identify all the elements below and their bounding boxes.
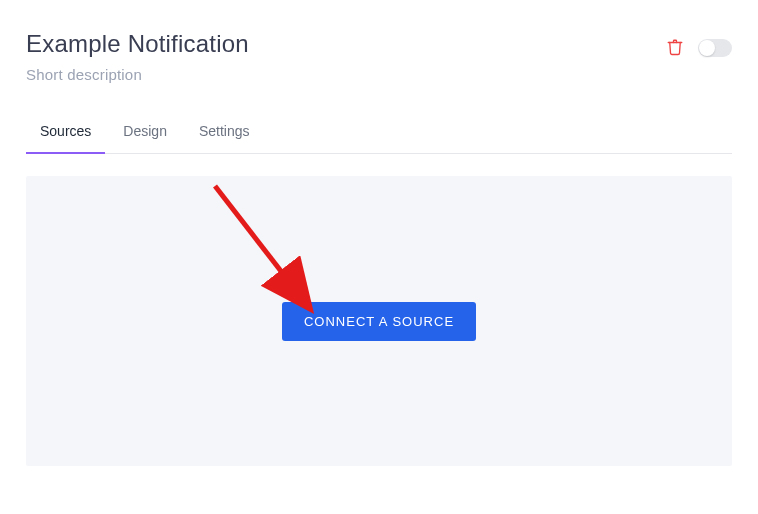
tab-label: Settings (199, 123, 250, 139)
header-actions (666, 38, 732, 58)
tabs: Sources Design Settings (26, 123, 732, 154)
connect-source-button[interactable]: Connect a Source (282, 302, 476, 341)
content-panel: Connect a Source (26, 176, 732, 466)
header: Example Notification Short description (26, 30, 732, 83)
enable-toggle[interactable] (698, 39, 732, 57)
tab-label: Design (123, 123, 167, 139)
tab-label: Sources (40, 123, 91, 139)
header-left: Example Notification Short description (26, 30, 666, 83)
tab-settings[interactable]: Settings (199, 123, 250, 153)
tab-design[interactable]: Design (123, 123, 167, 153)
page-container: Example Notification Short description S… (0, 0, 758, 466)
page-title: Example Notification (26, 30, 666, 58)
toggle-knob (699, 40, 715, 56)
page-subtitle: Short description (26, 66, 666, 83)
trash-icon[interactable] (666, 38, 684, 58)
tab-sources[interactable]: Sources (40, 123, 91, 153)
